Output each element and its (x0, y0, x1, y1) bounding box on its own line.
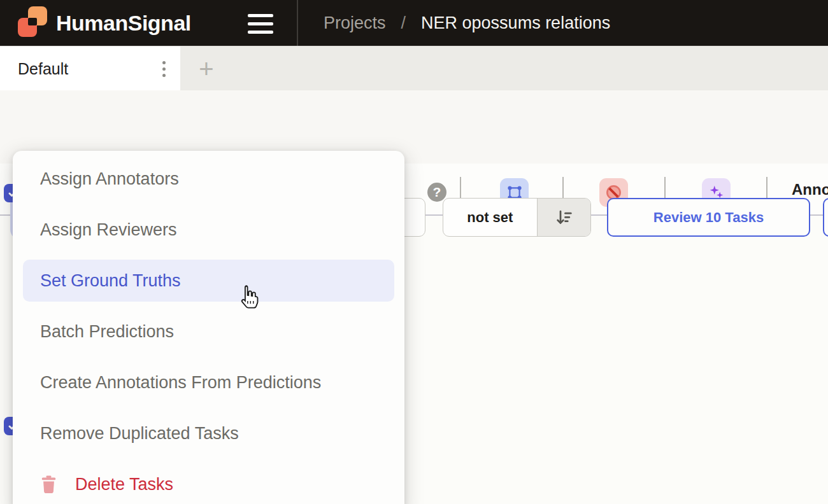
task-actions-menu: Assign Annotators Assign Reviewers Set G… (13, 151, 404, 504)
review-tasks-label: Review 10 Tasks (653, 209, 764, 226)
add-tab-button[interactable]: + (189, 46, 224, 91)
view-tab-bar: Default + (0, 46, 828, 90)
review-tasks-button[interactable]: Review 10 Tasks (607, 198, 810, 237)
ordering-value[interactable]: not set (443, 199, 537, 236)
tab-default[interactable]: Default (0, 46, 180, 91)
tab-default-label: Default (18, 60, 68, 78)
app-header: HumanSignal Projects / NER opossums rela… (0, 0, 828, 46)
hamburger-menu-icon[interactable] (248, 14, 273, 34)
menu-item-create-annotations-from-predictions[interactable]: Create Annotations From Predictions (13, 357, 404, 408)
trash-icon (40, 475, 57, 494)
breadcrumb: Projects / NER opossums relations (324, 0, 610, 46)
breadcrumb-project-title: NER opossums relations (421, 13, 610, 33)
sort-direction-button[interactable] (537, 199, 590, 236)
partial-button-right-edge[interactable] (823, 198, 828, 237)
menu-item-remove-duplicated-tasks[interactable]: Remove Duplicated Tasks (13, 408, 404, 459)
tab-options-kebab-icon[interactable] (156, 46, 171, 91)
menu-item-assign-annotators[interactable]: Assign Annotators (13, 153, 404, 204)
brand-name[interactable]: HumanSignal (56, 0, 191, 46)
menu-item-assign-reviewers[interactable]: Assign Reviewers (13, 204, 404, 255)
data-manager-screen: ? (0, 0, 828, 504)
breadcrumb-projects-link[interactable]: Projects (324, 13, 386, 33)
breadcrumb-separator: / (401, 13, 406, 33)
help-question-icon[interactable]: ? (427, 183, 446, 202)
menu-item-set-ground-truths[interactable]: Set Ground Truths (23, 260, 394, 302)
sort-descending-icon (554, 208, 573, 227)
ordering-control[interactable]: not set (443, 198, 591, 237)
menu-item-batch-predictions[interactable]: Batch Predictions (13, 306, 404, 357)
logo-square-overlap (28, 18, 37, 25)
menu-item-delete-tasks[interactable]: Delete Tasks (13, 459, 404, 504)
header-divider (297, 0, 298, 46)
delete-tasks-label: Delete Tasks (75, 475, 173, 494)
